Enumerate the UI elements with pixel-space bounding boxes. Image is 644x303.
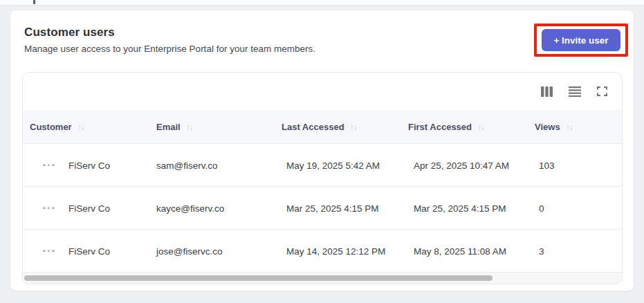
scrollbar-thumb[interactable] — [24, 275, 493, 281]
cell-first-accessed: Apr 25, 2025 10:47 AM — [414, 160, 509, 170]
cell-last-accessed: May 19, 2025 5:42 AM — [286, 160, 380, 170]
sort-icon[interactable]: ↑↓ — [77, 122, 84, 131]
table-row: FiServ Co sam@fiserv.co May 19, 2025 5:4… — [23, 144, 622, 187]
sort-icon[interactable]: ↑↓ — [477, 122, 484, 131]
cell-customer: FiServ Co — [68, 246, 110, 256]
cell-customer: FiServ Co — [68, 160, 110, 170]
cell-email: kayce@fiserv.co — [156, 203, 224, 213]
column-header-email[interactable]: Email ↑↓ — [156, 122, 193, 132]
row-menu-ellipsis-icon[interactable] — [42, 204, 56, 212]
column-header-views[interactable]: Views ↑↓ — [535, 122, 573, 132]
cell-views: 3 — [539, 246, 544, 256]
users-table: Customer ↑↓ Email ↑↓ Last Accessed ↑↓ Fi… — [22, 72, 623, 284]
cropped-ui-artifact — [33, 0, 35, 4]
page-subtitle: Manage user access to your Enterprise Po… — [24, 43, 315, 55]
top-bar — [0, 0, 644, 6]
column-label: Last Accessed — [282, 122, 344, 132]
column-header-first-accessed[interactable]: First Accessed ↑↓ — [408, 122, 484, 132]
customer-users-card: Customer users Manage user access to you… — [10, 10, 634, 291]
cell-last-accessed: Mar 25, 2025 4:15 PM — [286, 203, 379, 213]
sort-icon[interactable]: ↑↓ — [350, 122, 357, 131]
table-toolbar — [23, 73, 622, 110]
page-title: Customer users — [24, 25, 115, 40]
table-row: FiServ Co kayce@fiserv.co Mar 25, 2025 4… — [23, 187, 622, 230]
column-header-customer[interactable]: Customer ↑↓ — [30, 122, 84, 132]
invite-user-button[interactable]: + Invite user — [542, 29, 620, 51]
table-row: FiServ Co jose@fiservc.co May 14, 2025 1… — [23, 230, 622, 273]
horizontal-scrollbar[interactable] — [23, 273, 622, 284]
column-header-last-accessed[interactable]: Last Accessed ↑↓ — [282, 122, 357, 132]
cell-email: sam@fiserv.co — [156, 160, 217, 170]
cell-first-accessed: May 8, 2025 11:08 AM — [414, 246, 506, 256]
cell-last-accessed: May 14, 2025 12:12 PM — [286, 246, 385, 256]
sort-icon[interactable]: ↑↓ — [186, 122, 193, 131]
row-menu-ellipsis-icon[interactable] — [42, 161, 56, 169]
cell-views: 103 — [539, 160, 555, 170]
density-icon[interactable] — [569, 86, 581, 97]
customer-users-page: Customer users Manage user access to you… — [0, 0, 644, 303]
row-menu-ellipsis-icon[interactable] — [42, 247, 56, 255]
sort-icon[interactable]: ↑↓ — [566, 122, 573, 131]
cell-first-accessed: Mar 25, 2025 4:15 PM — [414, 203, 506, 213]
column-label: First Accessed — [408, 122, 472, 132]
column-label: Customer — [30, 122, 72, 132]
cell-email: jose@fiservc.co — [156, 246, 222, 256]
column-label: Email — [156, 122, 181, 132]
table-header-row: Customer ↑↓ Email ↑↓ Last Accessed ↑↓ Fi… — [23, 110, 622, 144]
fullscreen-icon[interactable] — [597, 86, 607, 96]
cell-customer: FiServ Co — [68, 203, 110, 213]
cell-views: 0 — [539, 203, 544, 213]
column-label: Views — [535, 122, 560, 132]
columns-icon[interactable] — [541, 86, 553, 97]
